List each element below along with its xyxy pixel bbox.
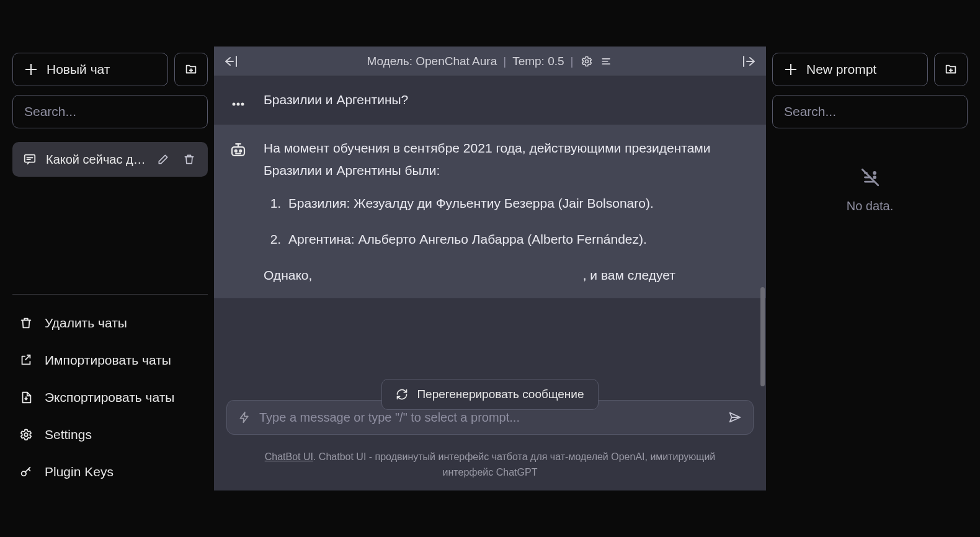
import-chats-button[interactable]: Импортировать чаты [12,342,208,379]
left-sidebar: Новый чат Какой сейчас день, ... [0,47,214,490]
bot-message-body: На момент обучения в сентябре 2021 года,… [264,137,747,286]
temp-label: Temp: 0.5 [512,55,564,68]
refresh-icon [396,388,408,401]
user-message-body: Бразилии и Аргентины? [264,89,747,112]
svg-point-1 [24,433,28,437]
app-root: Новый чат Какой сейчас день, ... [0,0,980,537]
export-chats-button[interactable]: Экспортировать чаты [12,379,208,416]
plus-icon [25,64,37,75]
bolt-icon [238,411,251,424]
svg-point-6 [241,103,244,106]
chat-settings-button[interactable] [580,55,594,68]
new-chat-label: Новый чат [47,62,110,77]
plugin-keys-button[interactable]: Plugin Keys [12,453,208,490]
message-icon [22,152,37,167]
header-sep-2: | [571,55,574,68]
bot-list-item: Аргентина: Альберто Ангельо Лабарра (Alb… [285,228,747,251]
right-sidebar: New prompt No data. [766,47,980,490]
folder-plus-icon [943,62,958,77]
regenerate-button[interactable]: Перегенерировать сообщение [381,379,598,410]
messages-scroll[interactable]: Бразилии и Аргентины? На момент обучения… [214,76,766,394]
right-search-box[interactable] [772,95,968,128]
settings-button[interactable]: Settings [12,416,208,453]
regenerate-label: Перегенерировать сообщение [417,388,584,401]
user-avatar [228,91,249,112]
import-icon [19,353,33,368]
bot-message: На момент обучения в сентябре 2021 года,… [214,125,766,298]
footer-link[interactable]: ChatBot UI [265,451,313,462]
chat-header: Модель: OpenChat Aura | Temp: 0.5 | [214,47,766,76]
trash-icon [19,316,33,331]
settings-label: Settings [45,427,92,442]
new-prompt-folder-button[interactable] [934,53,968,86]
folder-plus-icon [184,62,198,77]
collapse-right-button[interactable] [733,55,757,68]
import-chats-label: Импортировать чаты [45,353,171,368]
no-data-icon [860,167,881,188]
model-label: Модель: OpenChat Aura [367,55,497,68]
delete-chats-label: Удалить чаты [45,316,127,331]
svg-point-5 [237,103,240,106]
bot-list-item: Бразилия: Жезуалду ди Фульентиу Безерра … [285,192,747,215]
footer-text: ChatBot UI. Chatbot UI - продвинутый инт… [214,442,766,490]
no-data-block: No data. [772,167,968,213]
footer-rest: . Chatbot UI - продвинутый интерфейс чат… [313,451,715,477]
export-icon [19,390,33,405]
sidebar-divider [12,294,208,295]
export-chats-label: Экспортировать чаты [45,390,174,405]
chat-list: Какой сейчас день, ... [12,142,208,177]
gear-icon [19,427,33,442]
chat-panel: Модель: OpenChat Aura | Temp: 0.5 | [214,47,766,490]
new-chat-button[interactable]: Новый чат [12,53,168,86]
chat-list-item[interactable]: Какой сейчас день, ... [12,142,208,177]
sidebar-actions: Удалить чаты Импортировать чаты Экспорти… [12,304,208,490]
bot-intro: На момент обучения в сентябре 2021 года,… [264,137,747,181]
right-search-input[interactable] [784,104,956,119]
user-message: Бразилии и Аргентины? [214,76,766,125]
bot-outro: Однако, xxxxxxxxxxxxxxxxxxxxxxxxxxxxxxxx… [264,264,747,286]
header-sep: | [503,55,506,68]
chat-header-center: Модель: OpenChat Aura | Temp: 0.5 | [254,55,726,68]
left-search-input[interactable] [24,104,196,119]
delete-all-chats-button[interactable]: Удалить чаты [12,304,208,342]
delete-chat-button[interactable] [180,151,198,168]
scrollbar-thumb[interactable] [760,287,765,386]
svg-point-8 [235,150,237,152]
svg-point-9 [239,150,241,152]
new-folder-button[interactable] [174,53,208,86]
bot-list: Бразилия: Жезуалду ди Фульентиу Безерра … [264,192,747,250]
send-button[interactable] [728,411,742,424]
clear-chat-button[interactable] [600,55,613,68]
svg-point-4 [233,103,236,106]
new-prompt-button[interactable]: New prompt [772,53,928,86]
left-search-box[interactable] [12,95,208,128]
new-prompt-label: New prompt [806,62,876,77]
message-input[interactable] [259,411,719,425]
plugin-keys-label: Plugin Keys [45,464,114,479]
edit-chat-button[interactable] [154,151,172,168]
left-sidebar-top: Новый чат [12,53,208,86]
svg-point-3 [585,60,588,63]
user-message-text: Бразилии и Аргентины? [264,92,408,107]
svg-rect-0 [25,155,35,162]
chat-item-label: Какой сейчас день, ... [46,153,146,167]
right-sidebar-top: New prompt [772,53,968,86]
collapse-left-button[interactable] [223,55,247,68]
svg-point-10 [873,172,875,174]
no-data-label: No data. [847,199,894,213]
plus-icon [785,64,796,75]
bot-avatar [228,140,249,161]
svg-point-11 [873,177,875,179]
key-icon [19,464,33,479]
